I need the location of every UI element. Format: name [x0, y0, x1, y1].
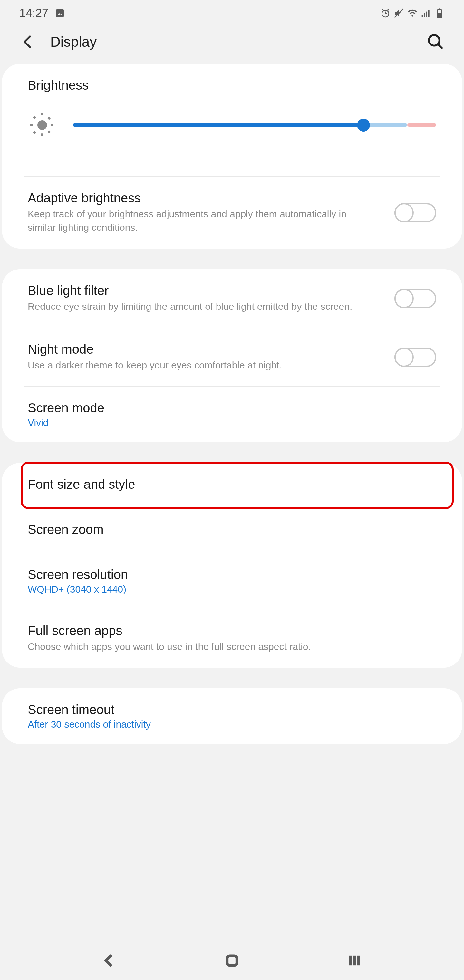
blue-light-title: Blue light filter — [28, 283, 372, 298]
svg-line-6 — [388, 9, 389, 10]
svg-line-23 — [48, 131, 51, 134]
screen-mode-row[interactable]: Screen mode Vivid — [2, 387, 462, 442]
brightness-card: Brightness Adaptive brigh — [2, 64, 462, 248]
battery-icon — [434, 8, 445, 18]
brightness-slider-thumb[interactable] — [357, 119, 370, 132]
alarm-icon — [380, 8, 391, 18]
display-options-card: Blue light filter Reduce eye strain by l… — [2, 269, 462, 442]
brightness-icon — [28, 111, 57, 140]
screen-timeout-title: Screen timeout — [28, 702, 436, 717]
svg-rect-9 — [424, 13, 425, 17]
screen-resolution-value: WQHD+ (3040 x 1440) — [28, 584, 436, 595]
full-screen-apps-row[interactable]: Full screen apps Choose which apps you w… — [2, 609, 462, 668]
font-size-title: Font size and style — [28, 477, 436, 492]
screen-mode-title: Screen mode — [28, 401, 436, 415]
blue-light-toggle[interactable] — [394, 289, 436, 308]
svg-line-22 — [34, 117, 37, 119]
night-mode-row[interactable]: Night mode Use a darker theme to keep yo… — [2, 328, 462, 386]
status-time: 14:27 — [19, 6, 48, 20]
search-button[interactable] — [427, 33, 445, 51]
blue-light-sub: Reduce eye strain by limiting the amount… — [28, 300, 372, 313]
screen-mode-value: Vivid — [28, 417, 436, 428]
page-title: Display — [50, 34, 97, 50]
svg-point-15 — [429, 35, 440, 46]
screen-timeout-row[interactable]: Screen timeout After 30 seconds of inact… — [2, 688, 462, 744]
svg-rect-10 — [426, 12, 427, 17]
font-size-row[interactable]: Font size and style — [2, 463, 462, 508]
full-screen-apps-sub: Choose which apps you want to use in the… — [28, 640, 436, 654]
svg-rect-8 — [422, 15, 423, 17]
adaptive-brightness-row[interactable]: Adaptive brightness Keep track of your b… — [2, 177, 462, 248]
night-mode-sub: Use a darker theme to keep your eyes com… — [28, 358, 372, 372]
nav-back-button[interactable] — [101, 952, 118, 969]
screen-resolution-row[interactable]: Screen resolution WQHD+ (3040 x 1440) — [2, 553, 462, 609]
svg-line-25 — [48, 117, 51, 119]
svg-rect-14 — [439, 8, 440, 10]
signal-icon — [421, 8, 431, 18]
screen-timeout-value: After 30 seconds of inactivity — [28, 719, 436, 730]
night-mode-toggle[interactable] — [394, 347, 436, 367]
svg-line-24 — [34, 131, 37, 134]
adaptive-brightness-title: Adaptive brightness — [28, 191, 372, 205]
svg-line-16 — [438, 44, 442, 49]
status-bar: 14:27 — [0, 0, 464, 26]
brightness-title: Brightness — [28, 78, 436, 92]
svg-rect-0 — [56, 10, 64, 17]
nav-recents-button[interactable] — [346, 952, 363, 969]
navigation-bar — [0, 941, 464, 980]
svg-rect-13 — [437, 13, 442, 18]
image-icon — [55, 8, 65, 18]
adaptive-brightness-toggle[interactable] — [394, 203, 436, 223]
svg-point-17 — [37, 120, 47, 130]
night-mode-title: Night mode — [28, 342, 372, 356]
mute-icon — [394, 8, 404, 18]
wifi-icon — [407, 8, 418, 18]
display-layout-card: Font size and style Screen zoom Screen r… — [2, 463, 462, 668]
screen-timeout-card: Screen timeout After 30 seconds of inact… — [2, 688, 462, 744]
full-screen-apps-title: Full screen apps — [28, 624, 436, 638]
svg-rect-11 — [428, 10, 429, 17]
brightness-slider[interactable] — [73, 124, 436, 127]
nav-home-button[interactable] — [224, 952, 240, 969]
adaptive-brightness-sub: Keep track of your brightness adjustment… — [28, 207, 372, 234]
screen-zoom-row[interactable]: Screen zoom — [2, 508, 462, 553]
back-button[interactable] — [19, 33, 37, 51]
screen-zoom-title: Screen zoom — [28, 522, 436, 537]
svg-line-5 — [382, 9, 383, 10]
blue-light-row[interactable]: Blue light filter Reduce eye strain by l… — [2, 269, 462, 328]
screen-resolution-title: Screen resolution — [28, 567, 436, 582]
app-header: Display — [0, 26, 464, 64]
brightness-section: Brightness — [2, 64, 462, 177]
svg-rect-26 — [227, 956, 237, 966]
